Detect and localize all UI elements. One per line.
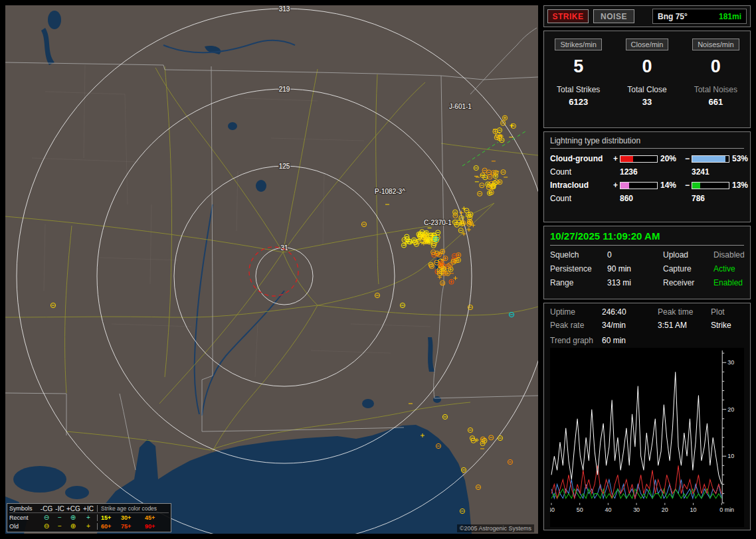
peak-rate-label: Peak rate xyxy=(550,321,602,330)
intracloud-label: Intracloud xyxy=(550,181,611,190)
age-code-15: 15+ xyxy=(97,514,121,521)
trend-graph-canvas: 1020306050403020100 min xyxy=(550,348,744,527)
age-code-60: 60+ xyxy=(97,523,121,530)
recent-neg-cg-icon: ⊖ xyxy=(40,514,53,521)
svg-text:30: 30 xyxy=(633,506,640,513)
total-noises-label: Total Noises xyxy=(694,85,737,94)
squelch-value: 0 xyxy=(607,250,663,260)
legend-col-nic: -IC xyxy=(53,505,66,512)
plus-sign: + xyxy=(611,154,620,163)
noises-per-min-button[interactable]: Noises/min xyxy=(692,38,739,50)
cg-plus-bar xyxy=(620,155,658,163)
lightning-map: 31125219313J-601-1P-1082-3^C-2370-1 Symb… xyxy=(5,5,538,534)
svg-text:10: 10 xyxy=(727,453,734,459)
ic-plus-count: 860 xyxy=(620,194,658,203)
sidebar: STRIKE NOISE Bng 75° 181mi Strikes/min 5… xyxy=(543,5,751,534)
svg-text:20: 20 xyxy=(662,506,668,513)
peak-time-value: 3:51 AM xyxy=(658,321,711,330)
peak-time-label: Peak time xyxy=(658,307,711,317)
upload-value: Disabled xyxy=(713,250,745,260)
svg-text:20: 20 xyxy=(727,406,734,413)
receiver-label: Receiver xyxy=(663,278,713,287)
old-neg-ic-icon: − xyxy=(53,522,66,530)
noises-per-min-value: 0 xyxy=(711,56,721,77)
total-close-label: Total Close xyxy=(627,85,666,94)
copyright-text: ©2005 Astrogenic Systems xyxy=(457,524,534,532)
toolbar: STRIKE NOISE Bng 75° 181mi xyxy=(543,5,751,27)
total-noises-value: 661 xyxy=(708,97,723,107)
old-pos-ic-icon: + xyxy=(80,522,97,530)
peak-rate-value: 34/min xyxy=(602,321,658,330)
trend-graph: 1020306050403020100 min xyxy=(550,348,744,527)
distribution-grid: Cloud-ground + 20% − 53% Count 1236 3241… xyxy=(550,154,744,203)
legend-old-row: Old ⊖ − ⊕ + 60+ 75+ 90+ xyxy=(9,522,169,530)
ic-plus-percent: 14% xyxy=(658,181,683,190)
minus-sign: − xyxy=(683,154,692,163)
ic-count-label: Count xyxy=(550,194,611,203)
age-code-75: 75+ xyxy=(121,523,145,530)
bearing-range-display: Bng 75° 181mi xyxy=(652,9,747,24)
legend-recent-row: Recent ⊖ − ⊕ + 15+ 30+ 45+ xyxy=(9,513,169,522)
svg-text:313: 313 xyxy=(279,5,290,13)
legend-header-row: Symbols -CG -IC +CG +IC Strike age color… xyxy=(9,504,169,513)
legend-symbols-label: Symbols xyxy=(9,505,40,512)
svg-text:60: 60 xyxy=(550,506,555,513)
svg-text:31: 31 xyxy=(280,244,288,252)
trend-graph-value: 60 min xyxy=(602,336,744,345)
legend-col-pcg: +CG xyxy=(66,505,80,512)
capture-value: Active xyxy=(713,264,745,273)
session-panel: Uptime 246:40 Peak time Plot Peak rate 3… xyxy=(543,303,751,530)
status-grid: Squelch 0 Upload Disabled Persistence 90… xyxy=(550,250,744,287)
strikes-per-min-button[interactable]: Strikes/min xyxy=(555,38,601,50)
svg-text:0 min: 0 min xyxy=(719,506,734,513)
plot-label: Plot xyxy=(711,307,744,317)
capture-label: Capture xyxy=(663,264,713,273)
close-per-min-value: 0 xyxy=(642,56,652,77)
ic-plus-bar xyxy=(620,182,658,189)
trend-setting-row: Trend graph 60 min xyxy=(550,336,744,345)
close-column: Close/min 0 Total Close 33 xyxy=(613,36,681,127)
strikes-column: Strikes/min 5 Total Strikes 6123 xyxy=(544,36,613,127)
plot-value: Strike xyxy=(711,321,744,330)
legend-old-label: Old xyxy=(9,523,40,530)
persistence-label: Persistence xyxy=(550,264,607,273)
svg-text:C-2370-1: C-2370-1 xyxy=(424,219,452,226)
rate-stats-panel: Strikes/min 5 Total Strikes 6123 Close/m… xyxy=(543,31,751,128)
squelch-label: Squelch xyxy=(550,250,607,260)
noises-column: Noises/min 0 Total Noises 661 xyxy=(682,36,750,127)
cg-minus-count: 3241 xyxy=(692,167,729,177)
ic-minus-bar xyxy=(692,182,729,189)
receiver-value: Enabled xyxy=(713,278,745,287)
svg-text:30: 30 xyxy=(727,359,734,366)
lightning-tracker-window: { "window": { "copyright": "©2005 Astrog… xyxy=(0,0,756,539)
status-panel: 10/27/2025 11:09:20 AM Squelch 0 Upload … xyxy=(543,226,751,299)
strike-toggle-button[interactable]: STRIKE xyxy=(547,9,589,23)
noise-toggle-button[interactable]: NOISE xyxy=(593,9,634,23)
old-pos-cg-icon: ⊕ xyxy=(66,522,80,530)
ic-minus-count: 786 xyxy=(692,194,729,203)
uptime-value: 246:40 xyxy=(602,307,658,317)
legend-recent-label: Recent xyxy=(9,514,40,521)
range-setting-value: 313 mi xyxy=(607,278,663,287)
total-strikes-label: Total Strikes xyxy=(557,85,600,94)
close-per-min-button[interactable]: Close/min xyxy=(626,38,669,50)
recent-pos-ic-icon: + xyxy=(80,514,97,521)
age-code-90: 90+ xyxy=(145,523,169,530)
persistence-value: 90 min xyxy=(607,264,663,273)
upload-label: Upload xyxy=(663,250,713,260)
cg-minus-percent: 53% xyxy=(729,154,749,163)
ic-minus-percent: 13% xyxy=(729,181,749,190)
bearing-value: Bng 75° xyxy=(658,12,688,21)
distribution-panel: Lightning type distribution Cloud-ground… xyxy=(543,131,751,222)
cg-plus-count: 1236 xyxy=(620,167,658,177)
svg-text:40: 40 xyxy=(605,506,611,513)
svg-text:219: 219 xyxy=(279,86,290,93)
recent-pos-cg-icon: ⊕ xyxy=(66,514,80,521)
svg-text:10: 10 xyxy=(690,506,697,513)
minus-sign: − xyxy=(683,181,692,190)
session-grid: Uptime 246:40 Peak time Plot Peak rate 3… xyxy=(550,307,744,330)
map-geography xyxy=(5,5,538,534)
map-canvas: 31125219313J-601-1P-1082-3^C-2370-1 xyxy=(5,5,538,534)
svg-text:P-1082-3^: P-1082-3^ xyxy=(375,188,405,195)
plus-sign: + xyxy=(611,181,620,190)
